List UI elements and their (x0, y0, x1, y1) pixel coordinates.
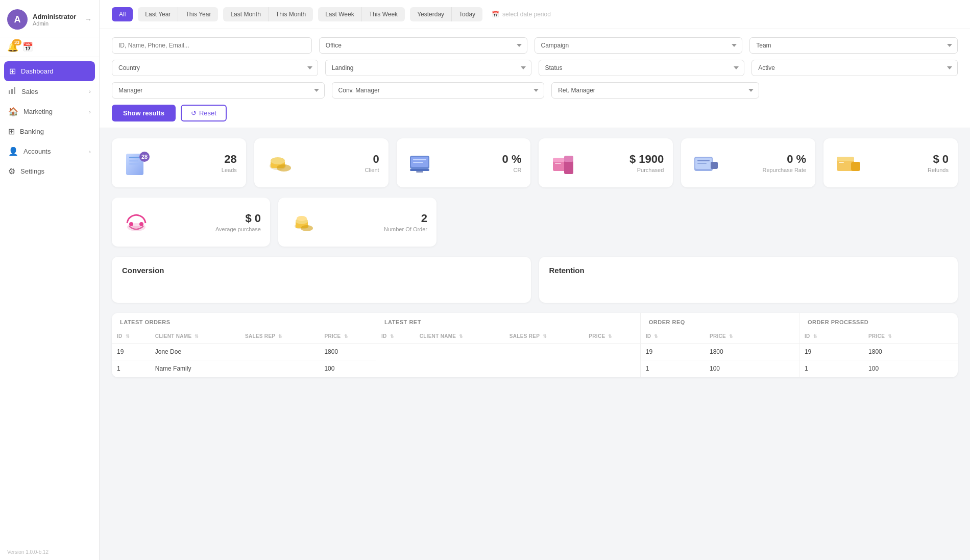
stat-card-num-orders-info: 2 Number Of Order (327, 212, 427, 232)
avg-purchase-value: $ 0 (161, 212, 261, 225)
cr-label: CR (446, 167, 522, 173)
latest-orders-label: LATEST ORDERS (112, 313, 376, 329)
chevron-right-icon: › (89, 149, 91, 155)
stat-card-client: 0 Client (254, 138, 389, 187)
date-btn-last-week[interactable]: Last Week (318, 7, 361, 21)
date-btn-this-year[interactable]: This Year (178, 7, 218, 21)
search-input[interactable] (112, 37, 312, 54)
sidebar-item-settings[interactable]: ⚙ Settings (0, 161, 99, 181)
svg-rect-33 (851, 162, 860, 171)
calendar-icon: 📅 (492, 11, 499, 18)
sort-arrows[interactable]: ⇅ (813, 334, 817, 339)
date-btn-this-month[interactable]: This Month (269, 7, 313, 21)
sort-arrows[interactable]: ⇅ (543, 334, 547, 339)
sidebar-item-accounts[interactable]: 👤 Accounts › (0, 141, 99, 161)
sort-arrows[interactable]: ⇅ (195, 334, 199, 339)
cell-price: 1800 (705, 344, 799, 360)
cell-price: 100 (863, 360, 958, 377)
stat-card-repurchase: 0 % Repurchase Rate (681, 138, 815, 187)
order-processed-section: ORDER PROCESSED ID ⇅ PRICE ⇅ 1918001100 (799, 313, 958, 377)
svg-point-39 (139, 222, 143, 226)
retention-title: Retention (549, 266, 948, 275)
sort-arrows[interactable]: ⇅ (459, 334, 463, 339)
date-btn-today[interactable]: Today (452, 7, 482, 21)
show-results-button[interactable]: Show results (112, 105, 176, 121)
cell-id: 19 (799, 344, 863, 360)
num-orders-icon (287, 206, 320, 238)
stat-card-purchased-info: $ 1900 Purchased (588, 153, 664, 173)
cell-sales-rep (240, 344, 320, 360)
cell-client-name: Name Family (150, 360, 240, 377)
col-id: ID ⇅ (112, 329, 150, 344)
panels-row: Conversion Retention (112, 257, 958, 303)
svg-rect-28 (697, 160, 710, 161)
svg-point-14 (277, 164, 291, 172)
latest-ret-table: ID ⇅ CLIENT NAME ⇅ SALES REP ⇅ PRICE ⇅ (376, 329, 640, 344)
table-row: 19Jone Doe1800 (112, 344, 376, 360)
reset-icon: ↺ (191, 109, 197, 117)
sort-arrows[interactable]: ⇅ (126, 334, 130, 339)
order-req-body: 1918001100 (641, 344, 799, 377)
sort-arrows[interactable]: ⇅ (888, 334, 892, 339)
refunds-icon: $ (833, 147, 865, 179)
date-btn-last-month[interactable]: Last Month (223, 7, 268, 21)
avg-purchase-icon (121, 206, 154, 238)
sidebar-item-sales[interactable]: Sales › (0, 81, 99, 102)
settings-icon: ⚙ (8, 166, 15, 176)
country-select[interactable]: Country (112, 60, 318, 76)
sort-arrows[interactable]: ⇅ (344, 334, 348, 339)
date-btn-this-week[interactable]: This Week (362, 7, 405, 21)
col-id: ID ⇅ (799, 329, 863, 344)
sort-arrows[interactable]: ⇅ (729, 334, 733, 339)
calendar-icon[interactable]: 📅 (22, 42, 33, 53)
active-select[interactable]: Active (751, 60, 958, 76)
sidebar-nav: ⊞ Dashboard Sales › 🏠 Marketing › ⊞ Bank… (0, 57, 99, 544)
client-icon (263, 147, 296, 179)
date-btn-yesterday[interactable]: Yesterday (410, 7, 452, 21)
logout-icon[interactable]: → (85, 15, 92, 23)
landing-select[interactable]: Landing (325, 60, 531, 76)
filters-section: Office Campaign Team Country Landing Sta… (100, 29, 970, 128)
sort-arrows[interactable]: ⇅ (654, 334, 658, 339)
svg-point-43 (297, 216, 307, 221)
col-id: ID ⇅ (376, 329, 415, 344)
manager-select[interactable]: Manager (112, 82, 325, 99)
sort-arrows[interactable]: ⇅ (390, 334, 394, 339)
num-orders-value: 2 (327, 212, 427, 225)
status-select[interactable]: Status (539, 60, 745, 76)
sidebar-item-dashboard[interactable]: ⊞ Dashboard (4, 61, 95, 81)
stat-card-num-orders: 2 Number Of Order (278, 198, 436, 247)
sidebar-item-marketing[interactable]: 🏠 Marketing › (0, 102, 99, 121)
stat-card-cr: 0 % CR (397, 138, 531, 187)
banking-icon: ⊞ (8, 127, 15, 136)
stat-card-client-info: 0 Client (303, 153, 379, 173)
reset-button[interactable]: ↺ Reset (181, 105, 227, 121)
date-period-selector[interactable]: 📅 select date period (492, 11, 551, 18)
table-header-row: ID ⇅ PRICE ⇅ (641, 329, 799, 344)
cell-price: 1800 (863, 344, 958, 360)
office-select[interactable]: Office (319, 37, 527, 54)
table-row: 1Name Family100 (112, 360, 376, 377)
stat-card-avg-purchase-info: $ 0 Average purchase (161, 212, 261, 232)
date-btn-all[interactable]: All (112, 7, 133, 21)
month-btn-group: Last Month This Month (223, 7, 313, 21)
stat-card-leads-info: 28 Leads (161, 153, 237, 173)
refunds-label: Refunds (872, 167, 949, 173)
filter-actions: Show results ↺ Reset (112, 105, 958, 121)
date-btn-last-year[interactable]: Last Year (138, 7, 178, 21)
sort-arrows[interactable]: ⇅ (278, 334, 282, 339)
svg-rect-30 (711, 162, 718, 169)
sidebar-item-label: Sales (21, 88, 38, 95)
sidebar-item-banking[interactable]: ⊞ Banking (0, 121, 99, 141)
campaign-select[interactable]: Campaign (535, 37, 743, 54)
conv-manager-select[interactable]: Conv. Manager (332, 82, 545, 99)
ret-manager-select[interactable]: Ret. Manager (551, 82, 759, 99)
purchased-icon (548, 147, 580, 179)
notification-bell[interactable]: 🔔 33 (7, 41, 18, 53)
marketing-icon: 🏠 (8, 107, 18, 116)
sort-arrows[interactable]: ⇅ (608, 334, 612, 339)
svg-rect-18 (413, 162, 423, 163)
sales-icon (8, 86, 16, 96)
latest-orders-table: ID ⇅ CLIENT NAME ⇅ SALES REP ⇅ PRICE ⇅ 1… (112, 329, 376, 377)
team-select[interactable]: Team (749, 37, 958, 54)
